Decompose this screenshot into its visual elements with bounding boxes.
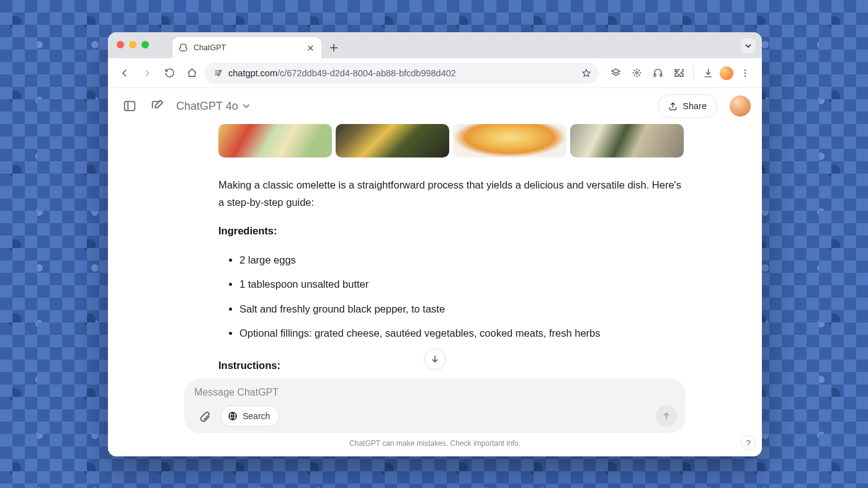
- close-tab-button[interactable]: [305, 43, 315, 53]
- ingredients-list: 2 large eggs 1 tablespoon unsalted butte…: [218, 248, 685, 346]
- user-avatar[interactable]: [730, 95, 751, 117]
- result-image[interactable]: [570, 124, 684, 157]
- search-chip[interactable]: Search: [220, 406, 279, 427]
- new-chat-button[interactable]: [146, 95, 168, 117]
- message-input[interactable]: [194, 387, 677, 398]
- chatgpt-favicon-icon: [179, 43, 189, 53]
- address-bar[interactable]: chatgpt.com/c/672ddb49-d2d4-8004-ab88-bf…: [205, 63, 599, 84]
- share-label: Share: [682, 101, 707, 111]
- chat-scroll-area[interactable]: Making a classic omelette is a straightf…: [108, 124, 762, 456]
- window-controls: [117, 41, 149, 48]
- close-window-button[interactable]: [117, 41, 124, 48]
- minimize-window-button[interactable]: [129, 41, 136, 48]
- extension-layers-icon[interactable]: [606, 64, 625, 82]
- instructions-heading: Instructions:: [218, 360, 685, 371]
- model-label: ChatGPT 4o: [176, 100, 238, 113]
- scroll-to-bottom-button[interactable]: [424, 348, 445, 370]
- attach-button[interactable]: [194, 406, 215, 427]
- list-item: Salt and freshly ground black pepper, to…: [239, 297, 685, 322]
- extension-flower-icon[interactable]: [627, 64, 646, 82]
- new-tab-button[interactable]: [325, 39, 342, 56]
- browser-toolbar: chatgpt.com/c/672ddb49-d2d4-8004-ab88-bf…: [108, 58, 762, 88]
- extension-headphones-icon[interactable]: [648, 64, 667, 82]
- disclaimer-text: ChatGPT can make mistakes. Check importa…: [108, 439, 762, 448]
- home-button[interactable]: [182, 64, 201, 82]
- svg-point-2: [635, 72, 638, 74]
- tabs-dropdown-button[interactable]: [741, 38, 756, 53]
- intro-paragraph: Making a classic omelette is a straightf…: [218, 176, 685, 211]
- svg-rect-8: [125, 102, 135, 111]
- bookmark-button[interactable]: [581, 68, 591, 78]
- downloads-button[interactable]: [699, 64, 717, 82]
- app-header: ChatGPT 4o Share: [108, 88, 762, 124]
- svg-point-1: [218, 74, 220, 76]
- svg-point-7: [745, 75, 746, 76]
- back-button[interactable]: [115, 64, 134, 82]
- share-button[interactable]: Share: [658, 94, 717, 118]
- browser-window: ChatGPT chatgpt.c: [108, 32, 762, 456]
- globe-icon: [227, 410, 238, 422]
- reload-button[interactable]: [160, 64, 179, 82]
- ingredients-heading: Ingredients:: [218, 225, 685, 237]
- svg-rect-4: [660, 74, 662, 76]
- result-image[interactable]: [336, 124, 449, 157]
- chat-content: Making a classic omelette is a straightf…: [108, 124, 762, 456]
- list-item: 1 tablespoon unsalted butter: [239, 272, 685, 297]
- browser-tab[interactable]: ChatGPT: [172, 37, 321, 58]
- help-label: ?: [746, 438, 750, 448]
- forward-button[interactable]: [138, 64, 156, 82]
- model-selector[interactable]: ChatGPT 4o: [176, 100, 251, 113]
- toolbar-right-cluster: [606, 64, 754, 82]
- svg-point-0: [220, 70, 221, 72]
- result-image[interactable]: [218, 124, 332, 157]
- result-image[interactable]: [453, 124, 566, 157]
- svg-point-5: [745, 69, 746, 71]
- image-results-row: [218, 124, 685, 157]
- share-icon: [668, 102, 678, 111]
- chevron-down-icon: [242, 102, 251, 110]
- assistant-message: Making a classic omelette is a straightf…: [218, 124, 685, 406]
- maximize-window-button[interactable]: [141, 41, 149, 48]
- help-button[interactable]: ?: [741, 435, 756, 450]
- composer: Search: [184, 378, 686, 433]
- extensions-puzzle-icon[interactable]: [669, 64, 688, 82]
- list-item: 2 large eggs: [239, 248, 685, 273]
- site-settings-icon[interactable]: [212, 68, 223, 79]
- toolbar-separator: [693, 66, 694, 80]
- browser-profile-avatar[interactable]: [720, 66, 733, 80]
- svg-rect-3: [654, 74, 656, 76]
- composer-area: Search ChatGPT can make mistakes. Check …: [108, 378, 762, 456]
- tab-title: ChatGPT: [194, 43, 300, 52]
- list-item: Optional fillings: grated cheese, sautée…: [239, 321, 685, 346]
- send-button[interactable]: [656, 406, 677, 427]
- search-chip-label: Search: [243, 411, 270, 421]
- svg-point-6: [745, 72, 746, 73]
- url-text: chatgpt.com/c/672ddb49-d2d4-8004-ab88-bf…: [228, 68, 576, 78]
- sidebar-toggle-button[interactable]: [119, 95, 140, 117]
- browser-menu-button[interactable]: [736, 64, 754, 82]
- browser-tabstrip: ChatGPT: [108, 32, 762, 58]
